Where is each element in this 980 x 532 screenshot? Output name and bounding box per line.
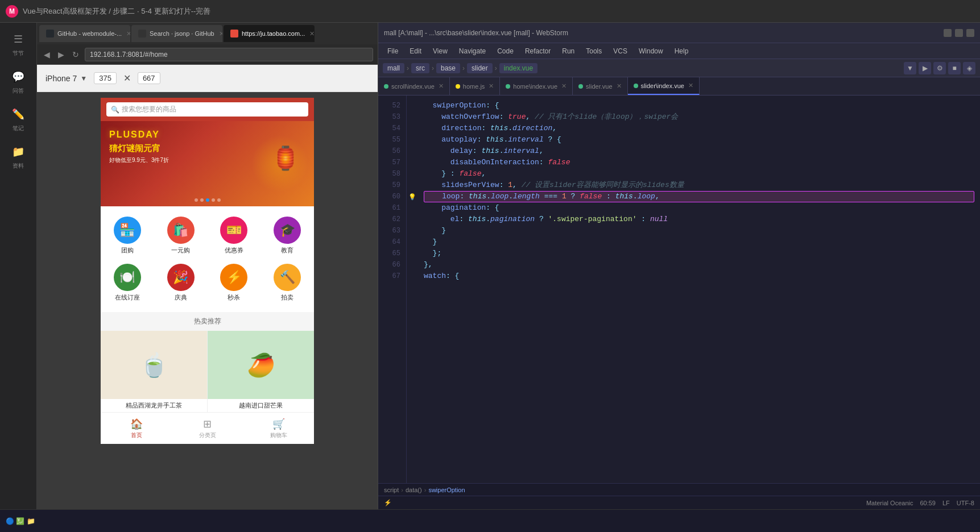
menu-file[interactable]: File bbox=[383, 46, 403, 56]
back-button[interactable]: ◀ bbox=[42, 49, 52, 60]
gutter-57 bbox=[407, 157, 418, 168]
menu-help[interactable]: Help bbox=[670, 46, 693, 56]
editor-tab-slider[interactable]: slider.vue ✕ bbox=[573, 77, 627, 95]
ln-67: 67 bbox=[378, 271, 406, 282]
code-line-53: watchOverflow: true, // 只有1个slide（非loop）… bbox=[424, 111, 974, 123]
close-tab-github[interactable]: ✕ bbox=[126, 30, 130, 38]
grid-icon-zaixianDingzuo[interactable]: 🍽️ 在线订座 bbox=[101, 259, 154, 306]
gutter-59 bbox=[407, 180, 418, 191]
bb-sep-1: › bbox=[401, 487, 403, 493]
code-line-60-highlighted: loop: this.loop.length === 1 ? false : t… bbox=[424, 191, 974, 202]
close-tab-sliderindex[interactable]: ✕ bbox=[688, 82, 693, 89]
grid-icon-qingdian[interactable]: 🎉 庆典 bbox=[154, 259, 208, 306]
app-logo: M bbox=[6, 5, 18, 18]
nav-item-cart[interactable]: 🛒 购物车 bbox=[243, 413, 314, 444]
jiaoyu-icon: 🎓 bbox=[274, 217, 301, 244]
ws-run-buttons: ▼ ▶ ⚙ ■ ◈ bbox=[904, 62, 975, 74]
close-tab-slider[interactable]: ✕ bbox=[617, 82, 622, 90]
refresh-button[interactable]: ↻ bbox=[70, 49, 81, 60]
grid-icon-tuangou[interactable]: 🏪 团购 bbox=[101, 212, 154, 259]
gutter-65 bbox=[407, 248, 418, 259]
status-bar: ⚡ Material Oceanic 60:59 LF UTF-8 bbox=[378, 496, 980, 509]
close-tab-taobao[interactable]: ✕ bbox=[309, 30, 315, 38]
menu-view[interactable]: View bbox=[428, 46, 452, 56]
sidebar-item-wenda[interactable]: 💬 问答 bbox=[10, 69, 26, 95]
editor-tab-homeindex[interactable]: home\index.vue ✕ bbox=[500, 77, 573, 95]
height-input[interactable]: 667 bbox=[138, 72, 160, 84]
debug-button[interactable]: ⚙ bbox=[933, 62, 946, 74]
address-input[interactable] bbox=[85, 48, 373, 61]
gutter-67 bbox=[407, 271, 418, 282]
nav-item-home[interactable]: 🏠 首页 bbox=[101, 413, 172, 444]
product-card-0[interactable]: 🍵 精品西湖龙井手工茶 bbox=[101, 331, 208, 412]
flash-label: 秒杀 bbox=[228, 293, 240, 302]
stop-button[interactable]: ■ bbox=[948, 62, 961, 74]
code-line-67: watch: { bbox=[424, 271, 974, 282]
grid-icon-yiyuangou[interactable]: 🛍️ 一元购 bbox=[154, 212, 208, 259]
ws-maximize-button[interactable] bbox=[955, 29, 963, 37]
menu-code[interactable]: Code bbox=[493, 46, 518, 56]
bottom-breadcrumb: script › data() › swiperOption bbox=[378, 483, 980, 496]
phone-search-input[interactable]: 🔍 搜索您想要的商品 bbox=[106, 102, 308, 117]
ws-close-button[interactable] bbox=[966, 29, 974, 37]
gutter-53 bbox=[407, 111, 418, 123]
forward-button[interactable]: ▶ bbox=[56, 49, 67, 60]
product-img-1: 🥭 bbox=[208, 331, 314, 399]
ln-66: 66 bbox=[378, 259, 406, 271]
browser-tabs: GitHub - webmodule-... ✕ Search · jsonp … bbox=[37, 23, 378, 44]
browser-tab-search[interactable]: Search · jsonp · GitHub ✕ bbox=[131, 25, 222, 42]
menu-edit[interactable]: Edit bbox=[405, 46, 426, 56]
run-button[interactable]: ▶ bbox=[919, 62, 931, 74]
coverage-button[interactable]: ◈ bbox=[963, 62, 975, 74]
status-line-endings: LF bbox=[942, 500, 950, 506]
ws-minimize-button[interactable] bbox=[944, 29, 952, 37]
folder-icon: 📁 bbox=[10, 144, 26, 160]
close-tab-homejs[interactable]: ✕ bbox=[489, 82, 494, 90]
menu-window[interactable]: Window bbox=[634, 46, 668, 56]
home-nav-icon: 🏠 bbox=[130, 418, 143, 430]
browser-tab-github[interactable]: GitHub - webmodule-... ✕ bbox=[39, 25, 130, 42]
run-dropdown-button[interactable]: ▼ bbox=[904, 62, 916, 74]
celebration-icon: 🎉 bbox=[167, 264, 195, 291]
gutter-54 bbox=[407, 123, 418, 134]
sidebar-item-ziliao[interactable]: 📁 资料 bbox=[10, 144, 26, 170]
device-selector[interactable]: iPhone 7 ▼ bbox=[46, 74, 87, 83]
browser-tab-taobao[interactable]: https://ju.taobao.com... ✕ bbox=[224, 25, 315, 42]
menu-refactor[interactable]: Refactor bbox=[520, 46, 555, 56]
menu-navigate[interactable]: Navigate bbox=[454, 46, 490, 56]
sidebar-item-jiejie[interactable]: ☰ 节节 bbox=[10, 31, 26, 57]
editor-tab-scroll[interactable]: scroll\index.vue ✕ bbox=[378, 77, 450, 95]
top-bar: M Vue与React高级框架开发 / 步骤二 · 5-4 更新幻灯片--完善 bbox=[0, 0, 980, 23]
nav-item-category[interactable]: ⊞ 分类页 bbox=[172, 413, 243, 444]
close-tab-scroll[interactable]: ✕ bbox=[439, 82, 444, 90]
device-name: iPhone 7 bbox=[46, 74, 77, 83]
menu-run[interactable]: Run bbox=[557, 46, 579, 56]
product-card-1[interactable]: 🥭 越南进口甜芒果 bbox=[208, 331, 314, 412]
grid-icon-paimai[interactable]: 🔨 拍卖 bbox=[260, 259, 314, 306]
phone-screen: 🔍 搜索您想要的商品 PLUSDAY 猜灯谜闹元宵 好物低至9.9元、3件7折 … bbox=[101, 98, 314, 444]
gutter-62 bbox=[407, 214, 418, 225]
status-encoding: UTF-8 bbox=[957, 500, 974, 506]
auction-label: 拍卖 bbox=[281, 293, 293, 302]
crumb-sep-3: › bbox=[462, 64, 465, 72]
ln-57: 57 bbox=[378, 157, 406, 168]
grid-icon-youhuiquan[interactable]: 🎫 优惠券 bbox=[208, 212, 261, 259]
banner-content: PLUSDAY 猜灯谜闹元宵 好物低至9.9元、3件7折 bbox=[109, 130, 268, 164]
code-line-58: } : false, bbox=[424, 168, 974, 180]
width-input[interactable]: 375 bbox=[94, 72, 117, 84]
tab-label-scroll: scroll\index.vue bbox=[391, 83, 435, 90]
sidebar-item-biji[interactable]: ✏️ 笔记 bbox=[10, 106, 26, 132]
editor-tab-sliderindex[interactable]: slider\index.vue ✕ bbox=[628, 77, 700, 95]
product-img-0: 🍵 bbox=[101, 331, 207, 399]
crumb-sep-4: › bbox=[495, 64, 497, 72]
grid-icon-jiaoyu[interactable]: 🎓 教育 bbox=[260, 212, 314, 259]
close-tab-homeindex[interactable]: ✕ bbox=[561, 82, 567, 90]
editor-tab-homejs[interactable]: home.js ✕ bbox=[450, 77, 501, 95]
close-tab-search[interactable]: ✕ bbox=[219, 30, 222, 38]
ln-56: 56 bbox=[378, 146, 406, 157]
vue-dot-icon bbox=[384, 84, 388, 89]
grid-icon-miaosha[interactable]: ⚡ 秒杀 bbox=[208, 259, 261, 306]
menu-vcs[interactable]: VCS bbox=[609, 46, 632, 56]
menu-tools[interactable]: Tools bbox=[581, 46, 606, 56]
code-content[interactable]: swiperOption: { watchOverflow: true, // … bbox=[418, 95, 980, 483]
